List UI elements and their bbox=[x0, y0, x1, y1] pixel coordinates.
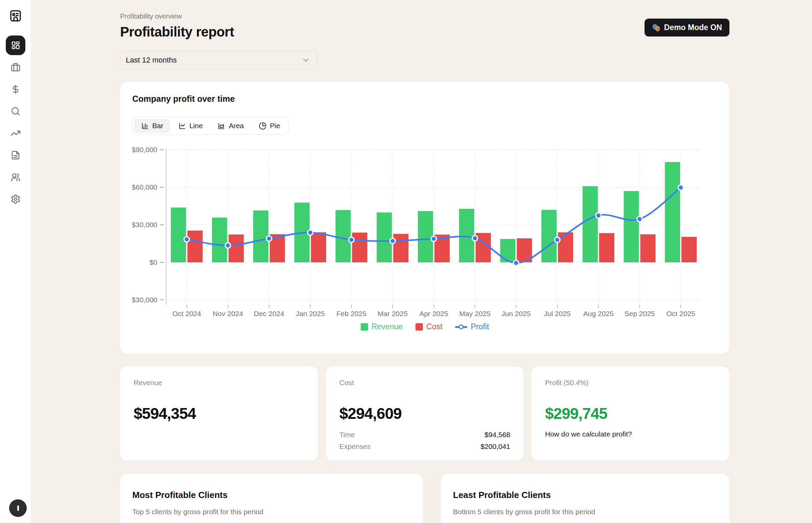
x-axis-label: May 2025 bbox=[460, 310, 490, 318]
profit-point[interactable] bbox=[472, 236, 478, 241]
demo-mode-badge[interactable]: Demo Mode ON bbox=[644, 19, 729, 37]
profit-point[interactable] bbox=[390, 238, 395, 244]
chat-launcher-button[interactable] bbox=[9, 499, 27, 517]
x-axis-label: Mar 2025 bbox=[378, 310, 408, 318]
profit-chart-card: Company profit over time Bar Line bbox=[120, 82, 729, 354]
x-axis-label: Oct 2024 bbox=[172, 310, 201, 318]
expenses-label: Expenses bbox=[339, 440, 370, 452]
building-logo-icon bbox=[8, 8, 23, 23]
period-select-value: Last 12 months bbox=[126, 56, 177, 65]
app-logo[interactable] bbox=[8, 8, 23, 23]
main-content: Profitability overview Profitability rep… bbox=[32, 0, 812, 523]
sidebar-item-search[interactable] bbox=[0, 100, 32, 122]
cost-card: Cost $294,609 Time $94,568 Expenses $200… bbox=[326, 366, 524, 461]
expenses-value: $200,041 bbox=[480, 440, 510, 452]
trending-up-icon bbox=[11, 128, 21, 138]
revenue-value: $594,354 bbox=[134, 404, 305, 422]
x-axis-label: Jun 2025 bbox=[501, 310, 531, 318]
revenue-label: Revenue bbox=[134, 379, 305, 387]
profit-value: $299,745 bbox=[545, 404, 716, 422]
chat-launcher-icon bbox=[17, 505, 19, 511]
sidebar-item-projects[interactable] bbox=[0, 56, 32, 78]
tab-pie-label: Pie bbox=[270, 122, 280, 130]
least-profitable-subtitle: Bottom 5 clients by gross profit for thi… bbox=[453, 508, 717, 516]
period-select[interactable]: Last 12 months bbox=[120, 51, 317, 70]
x-axis-label: Oct 2025 bbox=[667, 310, 695, 318]
x-axis-label: Nov 2024 bbox=[213, 310, 243, 318]
legend-profit[interactable]: Profit bbox=[455, 322, 489, 331]
profit-card: Profit (50.4%) $299,745 How do we calcul… bbox=[532, 366, 729, 461]
sidebar-item-documents[interactable] bbox=[0, 144, 32, 166]
legend-swatch bbox=[415, 323, 423, 331]
theater-masks-icon bbox=[652, 23, 661, 32]
dashboard-grid-icon bbox=[11, 40, 20, 50]
profit-point[interactable] bbox=[678, 185, 684, 190]
profit-point[interactable] bbox=[596, 213, 601, 218]
most-profitable-title: Most Profitable Clients bbox=[132, 490, 411, 500]
x-axis-label: Apr 2025 bbox=[419, 310, 448, 318]
legend-revenue[interactable]: Revenue bbox=[361, 322, 403, 331]
y-axis-label: $0 bbox=[150, 258, 157, 266]
document-icon bbox=[11, 150, 21, 160]
tab-bar[interactable]: Bar bbox=[134, 119, 170, 133]
chart-legend: RevenueCostProfit bbox=[132, 322, 717, 331]
dollar-icon bbox=[11, 84, 21, 94]
legend-label: Profit bbox=[471, 322, 489, 331]
least-profitable-clients-card: Least Profitable Clients Bottom 5 client… bbox=[441, 474, 729, 523]
revenue-card: Revenue $594,354 bbox=[120, 366, 318, 461]
x-axis-label: Jul 2025 bbox=[544, 310, 570, 318]
cost-label: Cost bbox=[339, 379, 510, 387]
sidebar-item-dashboard[interactable] bbox=[0, 34, 32, 56]
least-profitable-title: Least Profitable Clients bbox=[453, 490, 717, 500]
search-icon bbox=[11, 106, 21, 116]
y-axis-label: $60,000 bbox=[132, 183, 157, 191]
sidebar bbox=[0, 0, 32, 523]
tab-bar-label: Bar bbox=[152, 122, 163, 130]
area-chart-icon bbox=[218, 122, 225, 130]
gear-icon bbox=[11, 194, 21, 204]
sidebar-item-clients[interactable] bbox=[0, 166, 32, 188]
profit-point[interactable] bbox=[184, 237, 189, 242]
sidebar-item-finance[interactable] bbox=[0, 78, 32, 100]
briefcase-icon bbox=[11, 62, 21, 72]
tab-line[interactable]: Line bbox=[172, 119, 210, 133]
pie-chart-icon bbox=[259, 122, 266, 130]
profit-point[interactable] bbox=[225, 243, 231, 248]
legend-label: Revenue bbox=[372, 322, 403, 331]
chart-type-tabs: Bar Line Area bbox=[132, 116, 289, 135]
x-axis-label: Aug 2025 bbox=[583, 310, 614, 318]
chart-area: $90,000$60,000$30,000$0-$30,000Oct 2024N… bbox=[132, 144, 717, 331]
app-root: Profitability overview Profitability rep… bbox=[0, 0, 812, 523]
profit-point[interactable] bbox=[431, 236, 436, 241]
most-profitable-clients-card: Most Profitable Clients Top 5 clients by… bbox=[120, 474, 423, 523]
breadcrumb: Profitability overview bbox=[120, 12, 729, 20]
clients-row: Most Profitable Clients Top 5 clients by… bbox=[120, 474, 729, 523]
sidebar-item-reports[interactable] bbox=[0, 122, 32, 144]
x-axis-label: Feb 2025 bbox=[336, 310, 366, 318]
profit-explainer-link[interactable]: How do we calculate profit? bbox=[545, 430, 716, 438]
profit-label: Profit (50.4%) bbox=[545, 379, 716, 387]
time-value: $94,568 bbox=[484, 429, 510, 440]
profit-point[interactable] bbox=[637, 216, 642, 222]
chart-title: Company profit over time bbox=[132, 94, 717, 104]
y-axis-label: $90,000 bbox=[132, 146, 157, 154]
legend-label: Cost bbox=[426, 322, 442, 331]
profit-point[interactable] bbox=[266, 236, 272, 241]
profit-point[interactable] bbox=[554, 237, 560, 242]
profit-point[interactable] bbox=[349, 237, 354, 242]
legend-line-marker bbox=[455, 325, 467, 329]
profit-point[interactable] bbox=[308, 230, 313, 235]
tab-pie[interactable]: Pie bbox=[252, 119, 287, 133]
tab-area[interactable]: Area bbox=[211, 119, 250, 133]
chevron-down-icon bbox=[301, 56, 310, 65]
cost-breakdown-row: Time $94,568 bbox=[339, 429, 510, 440]
profit-point[interactable] bbox=[513, 260, 519, 266]
cost-breakdown-row: Expenses $200,041 bbox=[339, 440, 510, 452]
demo-mode-label: Demo Mode ON bbox=[664, 23, 722, 32]
most-profitable-subtitle: Top 5 clients by gross profit for this p… bbox=[132, 508, 411, 516]
profit-chart: $90,000$60,000$30,000$0-$30,000Oct 2024N… bbox=[132, 144, 717, 322]
cost-value: $294,609 bbox=[339, 404, 510, 422]
legend-cost[interactable]: Cost bbox=[415, 322, 442, 331]
sidebar-item-settings[interactable] bbox=[0, 188, 32, 210]
tab-area-label: Area bbox=[229, 122, 244, 130]
